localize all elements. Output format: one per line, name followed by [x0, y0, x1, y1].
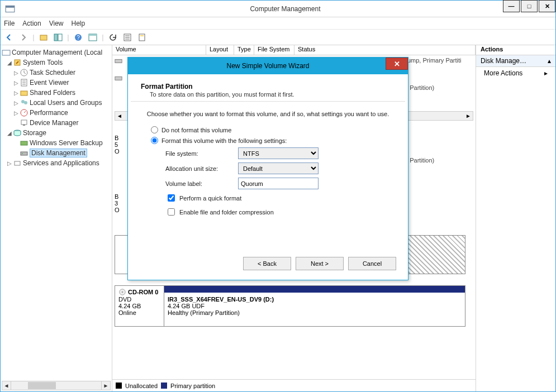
svg-rect-27 — [115, 59, 122, 63]
svg-rect-23 — [21, 141, 27, 145]
menu-view[interactable]: View — [49, 20, 64, 27]
tree-shared-folders[interactable]: ▷Shared Folders — [2, 88, 111, 98]
wizard-dialog: New Simple Volume Wizard ✕ Format Partit… — [127, 57, 408, 280]
svg-rect-16 — [21, 91, 27, 95]
menu-help[interactable]: Help — [72, 20, 85, 27]
tree-task-scheduler[interactable]: ▷Task Scheduler — [2, 68, 111, 78]
dialog-titlebar: New Simple Volume Wizard ✕ — [128, 58, 408, 74]
bg-disk-info: B3O — [115, 193, 120, 213]
checkbox-quick-format[interactable]: Perform a quick format — [165, 193, 389, 203]
allocation-label: Allocation unit size: — [165, 165, 238, 172]
close-button[interactable]: ✕ — [539, 0, 555, 12]
tree-performance[interactable]: ▷Performance — [2, 108, 111, 118]
col-type[interactable]: Type — [234, 45, 254, 55]
tree-hscrollbar[interactable]: ◄ ► — [2, 381, 111, 390]
svg-rect-10 — [139, 34, 145, 41]
volume-list-header: Volume Layout Type File System Status — [112, 45, 476, 55]
cdrom-volume[interactable]: IR3_SSS_X64FREV_EN-US_DV9 (D:) 4.24 GB U… — [164, 286, 465, 326]
col-status[interactable]: Status — [294, 45, 476, 55]
legend-primary-label: Primary partition — [170, 383, 215, 389]
svg-point-25 — [22, 153, 23, 154]
settings-icon[interactable] — [121, 31, 134, 44]
svg-rect-3 — [54, 34, 58, 41]
cdrom-vol-size: 4.24 GB UDF — [168, 303, 205, 309]
menu-file[interactable]: File — [4, 20, 15, 27]
tree-system-tools[interactable]: ◢System Tools — [2, 58, 111, 68]
checkbox-compression[interactable]: Enable file and folder compression — [165, 207, 389, 217]
radio-format-input[interactable] — [151, 137, 158, 144]
checkbox-compression-label: Enable file and folder compression — [179, 209, 274, 216]
help-icon[interactable]: ? — [72, 31, 84, 44]
svg-text:?: ? — [77, 35, 80, 41]
bg-text: Dump, Primary Partiti — [403, 57, 462, 64]
svg-point-30 — [122, 291, 123, 293]
checkbox-compression-input[interactable] — [168, 208, 175, 216]
tree-disk-management[interactable]: Disk Management — [2, 148, 111, 158]
col-layout[interactable]: Layout — [206, 45, 234, 55]
scroll-thumb[interactable] — [28, 382, 56, 389]
maximize-button[interactable]: □ — [521, 0, 538, 12]
legend-primary-icon — [161, 383, 167, 389]
back-button[interactable]: < Back — [243, 257, 291, 270]
bg-vol-icon — [115, 57, 122, 66]
dialog-close-button[interactable]: ✕ — [386, 58, 408, 70]
tree-local-users[interactable]: ▷Local Users and Groups — [2, 98, 111, 108]
chevron-right-icon: ▸ — [544, 69, 548, 77]
cdrom-vol-name: IR3_SSS_X64FREV_EN-US_DV9 (D:) — [168, 296, 274, 303]
toolbar: | | ? | — [1, 30, 555, 45]
col-fs[interactable]: File System — [254, 45, 294, 55]
radio-no-format-label: Do not format this volume — [161, 127, 231, 133]
view-icon[interactable] — [87, 31, 99, 44]
next-button[interactable]: Next > — [296, 257, 344, 270]
separator: | — [32, 31, 35, 44]
cancel-button[interactable]: Cancel — [348, 257, 396, 270]
radio-no-format[interactable]: Do not format this volume — [151, 126, 389, 133]
up-icon[interactable] — [37, 31, 50, 44]
radio-no-format-input[interactable] — [151, 126, 158, 133]
tree-device-manager[interactable]: Device Manager — [2, 118, 111, 128]
filesystem-label: File system: — [165, 150, 238, 157]
primary-stripe — [164, 286, 465, 293]
back-icon[interactable] — [3, 31, 15, 44]
volume-label-input[interactable] — [238, 178, 319, 189]
dialog-intro: Choose whether you want to format this v… — [146, 111, 389, 117]
actions-pane: Actions Disk Manage…▴ More Actions▸ — [476, 45, 555, 391]
tree-root[interactable]: Computer Management (Local — [2, 47, 111, 58]
filesystem-select[interactable]: NTFS — [238, 147, 319, 159]
tree-event-viewer[interactable]: ▷Event Viewer — [2, 78, 111, 88]
cdrom-vol-health: Healthy (Primary Partition) — [168, 309, 240, 316]
allocation-select[interactable]: Default — [238, 162, 319, 174]
tree-storage[interactable]: ◢Storage — [2, 128, 111, 138]
menu-action[interactable]: Action — [22, 20, 41, 27]
forward-icon[interactable] — [17, 31, 30, 44]
dialog-subheading: To store data on this partition, you mus… — [150, 91, 395, 98]
tree-windows-backup[interactable]: Windows Server Backup — [2, 138, 111, 148]
svg-rect-2 — [40, 35, 47, 40]
checkbox-quick-format-label: Perform a quick format — [179, 195, 241, 202]
actions-title: Actions — [476, 45, 555, 55]
tree-services[interactable]: ▷Services and Applications — [2, 158, 111, 168]
scroll-left-icon[interactable]: ◄ — [115, 112, 124, 120]
scroll-left-icon[interactable]: ◄ — [2, 381, 11, 390]
minimize-button[interactable]: — — [503, 0, 520, 12]
cdrom-icon — [118, 288, 126, 296]
show-hide-tree-icon[interactable] — [52, 31, 64, 44]
disk-row-cdrom[interactable]: CD-ROM 0 DVD 4.24 GB Online IR3_SSS_X64F… — [115, 285, 465, 327]
properties-icon[interactable] — [136, 31, 148, 44]
separator: | — [66, 31, 70, 44]
checkbox-quick-format-input[interactable] — [168, 194, 175, 202]
actions-disk-management[interactable]: Disk Manage…▴ — [476, 55, 555, 67]
svg-rect-20 — [21, 120, 27, 125]
titlebar: Computer Management — □ ✕ — [1, 1, 555, 17]
scroll-right-icon[interactable]: ► — [101, 381, 111, 390]
scroll-track[interactable] — [11, 381, 101, 390]
actions-more[interactable]: More Actions▸ — [476, 67, 555, 79]
svg-rect-11 — [140, 35, 144, 36]
scroll-right-icon[interactable]: ► — [464, 112, 473, 120]
refresh-icon[interactable] — [107, 31, 119, 44]
radio-format[interactable]: Format this volume with the following se… — [151, 137, 389, 144]
tree-pane: Computer Management (Local ◢System Tools… — [1, 45, 112, 391]
dialog-header: Format Partition To store data on this p… — [131, 75, 405, 102]
col-volume[interactable]: Volume — [112, 45, 206, 55]
legend-unallocated-label: Unallocated — [125, 383, 158, 389]
